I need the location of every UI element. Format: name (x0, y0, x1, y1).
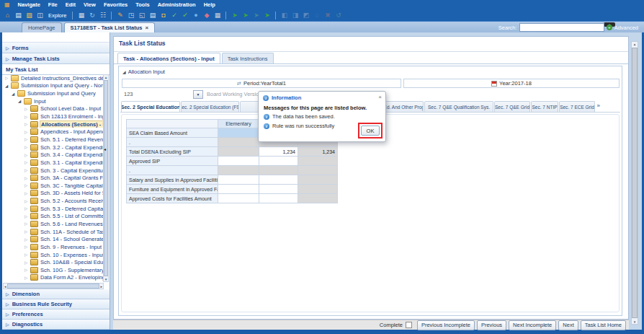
undo-icon[interactable]: ↺ (334, 12, 342, 19)
explore-icon[interactable]: ◫ (36, 12, 44, 19)
tree-item-sch-5-5-list-of-committed-capital[interactable]: ▷Sch. 5.5 - List of Committed Capital (2, 213, 104, 221)
task-edit-icon[interactable]: ✓ (170, 12, 178, 19)
tree-item-school-level-data-input[interactable]: ▷School Level Data - Input (2, 105, 104, 113)
scrollbar-thumb[interactable] (7, 284, 100, 289)
menu-item-edit[interactable]: Edit (66, 1, 76, 8)
page-dimension-value[interactable]: 123 (124, 91, 133, 97)
tree-item-sch-3-1-capital-expenditures-m[interactable]: ▷Sch. 3.1 - Capital Expenditures - M (2, 159, 104, 167)
tree-item-data-form-a2-enveloping-input[interactable]: ▷Data Form A2 - Enveloping - Input (2, 274, 104, 282)
document-icon[interactable]: ▤ (148, 12, 156, 19)
menu-item-help[interactable]: Help (204, 1, 215, 8)
grid-cell[interactable]: 1,234 (259, 147, 298, 157)
collapsed-triangle-icon[interactable]: ▷ (24, 122, 28, 126)
run-disabled-icon[interactable]: ➤ (252, 12, 260, 19)
collapsed-triangle-icon[interactable]: ▷ (4, 76, 9, 80)
sidebar-section-my-task-list[interactable]: My Task List (2, 64, 109, 75)
dialog-close-icon[interactable]: × (378, 94, 382, 100)
menu-item-tools[interactable]: Tools (135, 1, 149, 8)
collapsed-triangle-icon[interactable]: ▷ (24, 107, 28, 111)
collapsed-triangle-icon[interactable]: ▷ (24, 137, 28, 141)
new-form-icon[interactable]: ◳ (127, 12, 135, 19)
grid-cell[interactable] (259, 185, 298, 194)
next-button[interactable]: Next (558, 320, 578, 330)
grid-cell[interactable] (259, 175, 298, 185)
tree-item-sch-10a-b-special-education-exp[interactable]: ▷Sch. 10A&B - Special Education Exp (2, 258, 104, 266)
rules-check-icon[interactable]: ✔ (181, 12, 189, 19)
grid-cell[interactable] (259, 194, 298, 203)
scroll-down-icon[interactable]: ▾ (632, 320, 638, 324)
form-tab-sec-2-special-education-fs[interactable]: Sec. 2 Special Education (FS) (181, 101, 239, 112)
scrollbar-thumb[interactable] (104, 80, 108, 276)
expanded-triangle-icon[interactable]: ◢ (17, 99, 22, 103)
new-document-icon[interactable]: ▤ (14, 12, 22, 19)
complete-checkbox[interactable] (406, 322, 412, 328)
zoom-icon[interactable]: ◌ (313, 12, 321, 19)
tree-item-sch-3-2-capital-expenditures-ca[interactable]: ▷Sch. 3.2 - Capital Expenditures - Ca (2, 144, 104, 151)
tree-item-sch-12-13-enrolment-input[interactable]: ▷Sch 12&13 Enrolment - Input (2, 113, 104, 120)
collapsed-triangle-icon[interactable]: ▷ (24, 115, 28, 119)
next-incomplete-button[interactable]: Next Incomplete (509, 320, 556, 330)
sidebar-section-preferences[interactable]: ▷Preferences (2, 309, 109, 320)
scroll-down-icon[interactable]: ▾ (104, 277, 108, 281)
advanced-search-link[interactable]: Advanced (614, 25, 638, 31)
pov-period-selector[interactable]: ⇄ Period:YearTotal1 (122, 79, 401, 88)
form-tab-sec-7-ntip[interactable]: Sec. 7 NTIP (531, 101, 558, 112)
task-tab-task-instructions[interactable]: Task Instructions (222, 53, 274, 63)
tree-item-sch-5-6-land-revenues-and-defe[interactable]: ▷Sch. 5.6 - Land Revenues and Defe (2, 220, 104, 228)
sidebar-section-dimension[interactable]: ▷Dimension (2, 289, 109, 299)
collapsed-triangle-icon[interactable]: ▷ (24, 145, 28, 149)
collapsed-triangle-icon[interactable]: ▷ (24, 268, 28, 272)
collapsed-triangle-icon[interactable]: ▷ (24, 153, 28, 157)
collapsed-triangle-icon[interactable]: ▷ (24, 206, 28, 211)
tree-item-sch-3-capital-expenditures-inpu[interactable]: ▷Sch. 3 - Capital Expenditures - Inpu (2, 167, 104, 175)
task-tab-task-allocations-sections-input[interactable]: Task - Allocations (Sections) - Input (117, 53, 220, 63)
collapsed-triangle-icon[interactable]: ▷ (24, 176, 28, 180)
edit-icon[interactable]: ✎ (116, 12, 124, 19)
pov-year-selector[interactable]: Year:2017-18 (403, 79, 620, 88)
tree-item-sch-10-expenses-input[interactable]: ▷Sch. 10 - Expenses - Input (2, 251, 104, 259)
home-icon[interactable]: ⌂ (4, 12, 12, 19)
collapsed-triangle-icon[interactable]: ▷ (24, 130, 28, 134)
run-rule-icon[interactable]: ➤ (231, 12, 238, 19)
grid-cell[interactable] (218, 185, 259, 194)
tree-item-detailed-instructions-directives-d-taill-es[interactable]: ▷Detailed Instructions_Directives détail… (2, 74, 104, 82)
menu-item-favorites[interactable]: Favorites (104, 1, 128, 8)
close-icon[interactable]: × (145, 25, 148, 31)
advanced-search-icon[interactable]: + (607, 25, 612, 30)
tree-item-submission-input-and-query[interactable]: ◢Submission Input and Query (2, 89, 104, 97)
collapsed-triangle-icon[interactable]: ▷ (24, 183, 28, 188)
collapsed-triangle-icon[interactable]: ▷ (24, 229, 28, 234)
collapsed-triangle-icon[interactable]: ▷ (24, 252, 28, 257)
menu-item-view[interactable]: View (84, 1, 96, 8)
run-all-icon[interactable]: ➤ (241, 12, 249, 19)
scroll-left-icon[interactable]: ◂ (4, 284, 6, 289)
scroll-right-icon[interactable]: ▸ (100, 284, 102, 289)
collapsed-triangle-icon[interactable]: ▷ (24, 160, 28, 164)
tree-vertical-scrollbar[interactable]: ▴ ▾ (103, 74, 109, 282)
tree-item-sch-5-2-accounts-receivable-con[interactable]: ▷Sch. 5.2 - Accounts Receivable Con (2, 197, 104, 205)
tree-item-sch-5-3-deferred-capital-contribu[interactable]: ▷Sch. 5.3 - Deferred Capital Contribu (2, 205, 104, 213)
collapsed-triangle-icon[interactable]: ▷ (24, 237, 28, 242)
key-icon[interactable]: ◆ (202, 12, 210, 19)
tree-item-sch-11a-schedule-of-tax-revenu[interactable]: ▷Sch. 11A - Schedule of Tax Revenu (2, 228, 104, 236)
sidebar-section-manage-task-lists[interactable]: ▷Manage Task Lists (2, 53, 109, 64)
tree-item-sch-3c-tangible-capital-asset-co[interactable]: ▷Sch. 3C - Tangible Capital Asset Co (2, 182, 104, 190)
tree-item-sch-3-4-capital-expenditures-det[interactable]: ▷Sch. 3.4 - Capital Expenditures Det (2, 151, 104, 159)
sidebar-collapse-handle[interactable]: ◂ (104, 146, 106, 151)
form-tab-sec-2-special-education[interactable]: Sec. 2 Special Education (121, 101, 180, 112)
menu-item-file[interactable]: File (48, 1, 58, 8)
menu-item-navigate[interactable]: Navigate (18, 1, 40, 8)
lock-icon[interactable]: ◘ (159, 12, 167, 19)
form-tab-sec-7-ece-grid[interactable]: Sec. 7 ECE Grid (559, 101, 595, 112)
collapsed-triangle-icon[interactable]: ▷ (24, 191, 28, 195)
menu-item-administration[interactable]: Administration (158, 1, 196, 8)
launch-icon[interactable]: ➤ (263, 12, 271, 19)
main-vertical-scrollbar[interactable]: ▴ ▾ (631, 41, 638, 325)
tree-item-submission-input-and-query-non-fs-soumi[interactable]: ◢Submission Input and Query - Non-FS_Sou… (2, 82, 104, 90)
tree-item-sch-3a-capital-grants-funding-i[interactable]: ▷Sch. 3A - Capital Grants Funding - I (2, 174, 104, 182)
allocation-input-section-header[interactable]: ◢ Allocation Input (122, 69, 165, 75)
form-tab-sec-7-q-e-grid[interactable]: Sec. 7 Q&E Grid (494, 101, 530, 112)
sidebar-section-forms[interactable]: ▷Forms (2, 43, 109, 53)
tree-item-allocations-sections-input[interactable]: ▷Allocations (Sections) - Input (2, 120, 104, 128)
info-icon[interactable]: ● (192, 12, 200, 19)
